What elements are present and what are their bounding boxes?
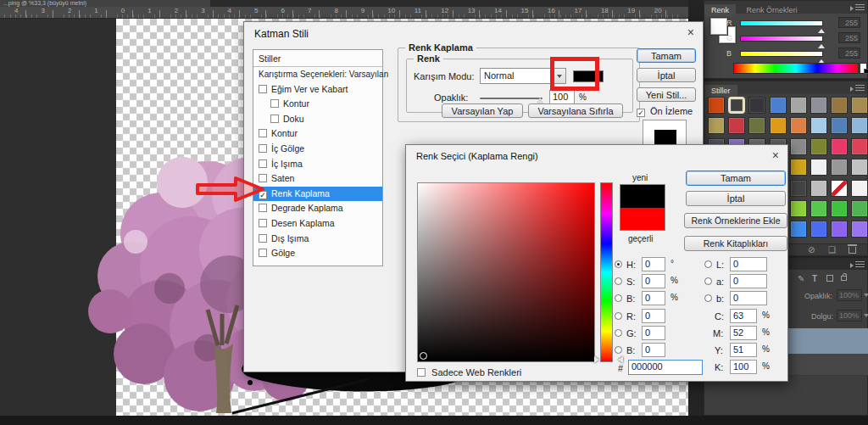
style-swatch[interactable] <box>851 200 868 217</box>
style-swatch[interactable] <box>831 97 848 114</box>
list-item-stiller[interactable]: Stiller <box>253 50 382 67</box>
h-input[interactable]: 0 <box>642 257 665 271</box>
green-slider-track[interactable] <box>740 36 823 42</box>
style-swatch[interactable] <box>790 180 807 197</box>
hue-handle-left[interactable] <box>594 356 603 363</box>
style-swatch[interactable] <box>728 97 745 114</box>
radio-r[interactable] <box>615 312 622 320</box>
radio-b-hsb[interactable] <box>615 294 622 302</box>
style-swatch[interactable] <box>831 159 848 176</box>
a-input[interactable]: 0 <box>730 274 767 288</box>
style-swatch[interactable] <box>851 180 868 197</box>
new-style-button[interactable]: Yeni Stil... <box>637 87 696 102</box>
style-swatch[interactable] <box>810 138 827 155</box>
tab-renk-ornekleri[interactable]: Renk Örnekleri <box>739 4 804 17</box>
style-swatch[interactable] <box>790 159 807 176</box>
opacity-dropdown-icon[interactable] <box>864 294 868 299</box>
checkbox[interactable] <box>270 99 279 108</box>
style-swatch[interactable] <box>790 221 807 238</box>
panel-menu-icon[interactable] <box>855 261 865 267</box>
hex-input[interactable]: 000000 <box>628 360 703 375</box>
opacity-value[interactable]: 100% <box>837 289 862 301</box>
checkbox[interactable] <box>259 144 267 153</box>
b-hsb-input[interactable]: 0 <box>642 291 665 305</box>
style-swatch[interactable] <box>831 221 848 238</box>
checkbox[interactable] <box>259 219 267 227</box>
cancel-button[interactable]: İptal <box>686 191 786 206</box>
list-item-renk-kaplama[interactable]: ✓Renk Kaplama <box>253 187 382 202</box>
l-input[interactable]: 0 <box>730 257 767 271</box>
cancel-button[interactable]: İptal <box>637 68 696 82</box>
checkbox[interactable] <box>270 115 279 123</box>
list-item[interactable]: İç Işıma <box>253 157 382 172</box>
list-item[interactable]: Eğim Ver ve Kabart <box>253 82 382 98</box>
clear-style-icon[interactable]: ⊘ <box>808 245 815 254</box>
tab-renk[interactable]: Renk <box>704 4 736 17</box>
style-swatch[interactable] <box>728 117 745 134</box>
ok-button[interactable]: Tamam <box>686 171 786 186</box>
checkbox[interactable] <box>259 129 267 137</box>
list-item[interactable]: Dış Işıma <box>253 232 382 247</box>
fill-dropdown-icon[interactable] <box>864 314 868 320</box>
r-input[interactable]: 0 <box>642 309 665 323</box>
red-value[interactable]: 255 <box>838 17 860 28</box>
style-swatch[interactable] <box>851 97 868 114</box>
style-swatch[interactable] <box>831 180 848 197</box>
close-icon[interactable]: × <box>772 149 779 161</box>
m-input[interactable]: 52 <box>730 326 757 340</box>
preview-checkbox-row[interactable]: ✓ Ön İzleme <box>637 106 693 117</box>
red-slider-track[interactable] <box>740 20 823 26</box>
s-input[interactable]: 0 <box>642 274 665 288</box>
style-swatch[interactable] <box>790 117 807 134</box>
opacity-input[interactable]: 100 <box>549 90 575 104</box>
style-swatch[interactable] <box>790 138 807 155</box>
spectrum-ramp[interactable] <box>733 63 859 74</box>
saturation-brightness-field[interactable] <box>417 182 595 362</box>
foreground-color-swatch[interactable] <box>710 18 727 35</box>
style-swatch[interactable] <box>831 138 848 155</box>
checkbox[interactable] <box>417 368 426 377</box>
ok-button[interactable]: Tamam <box>637 48 696 63</box>
checkbox-checked[interactable]: ✓ <box>637 109 645 117</box>
style-swatch[interactable] <box>831 200 848 217</box>
style-swatch[interactable] <box>810 159 827 176</box>
radio-s[interactable] <box>615 277 622 285</box>
radio-b-lab[interactable] <box>704 294 712 302</box>
radio-a[interactable] <box>704 277 712 285</box>
hue-slider[interactable] <box>600 182 613 362</box>
style-swatch[interactable] <box>770 117 787 134</box>
style-swatch[interactable] <box>851 117 868 134</box>
checkbox[interactable] <box>259 234 267 243</box>
style-swatch[interactable] <box>810 97 827 114</box>
b-rgb-input[interactable]: 0 <box>642 343 665 357</box>
radio-h[interactable] <box>615 260 622 268</box>
checkbox[interactable] <box>259 85 267 93</box>
green-value[interactable]: 255 <box>838 32 860 43</box>
lock-all-icon[interactable] <box>841 276 847 281</box>
style-swatch[interactable] <box>790 200 807 217</box>
style-swatch[interactable] <box>748 117 765 134</box>
list-item[interactable]: Doku <box>253 112 382 127</box>
panel-menu-icon[interactable] <box>855 4 865 10</box>
lock-text-icon[interactable]: T <box>812 274 817 283</box>
green-slider-thumb[interactable] <box>818 41 825 48</box>
add-to-swatches-button[interactable]: Renk Örneklerine Ekle <box>684 213 787 228</box>
list-item[interactable]: İç Gölge <box>253 142 382 157</box>
style-swatch[interactable] <box>708 117 725 134</box>
color-libraries-button[interactable]: Renk Kitaplıkları <box>684 236 787 251</box>
radio-b-rgb[interactable] <box>615 346 622 354</box>
k-input[interactable]: 100 <box>730 360 757 374</box>
checkbox[interactable] <box>259 159 267 168</box>
c-input[interactable]: 63 <box>730 309 757 323</box>
b-lab-input[interactable]: 0 <box>730 291 767 305</box>
blue-value[interactable]: 255 <box>838 48 860 59</box>
style-swatch[interactable] <box>831 117 848 134</box>
panel-menu-icon[interactable] <box>855 85 865 91</box>
web-colors-checkbox-row[interactable]: Sadece Web Renkleri <box>417 367 521 377</box>
list-item-blending-options[interactable]: Karıştırma Seçenekleri: Varsayılan <box>253 67 382 82</box>
radio-g[interactable] <box>615 329 622 337</box>
tab-stiller[interactable]: Stiller <box>704 85 737 98</box>
style-swatch[interactable] <box>708 97 725 114</box>
style-swatch[interactable] <box>810 200 827 217</box>
make-default-button[interactable]: Varsayılan Yap <box>442 103 523 118</box>
